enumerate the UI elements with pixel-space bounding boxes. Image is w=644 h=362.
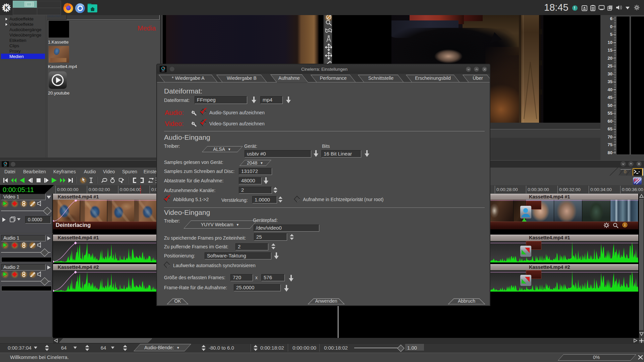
svg-text:cin: cin (162, 70, 165, 72)
svg-text:K: K (5, 5, 9, 11)
svg-text:cin: cin (4, 165, 7, 167)
